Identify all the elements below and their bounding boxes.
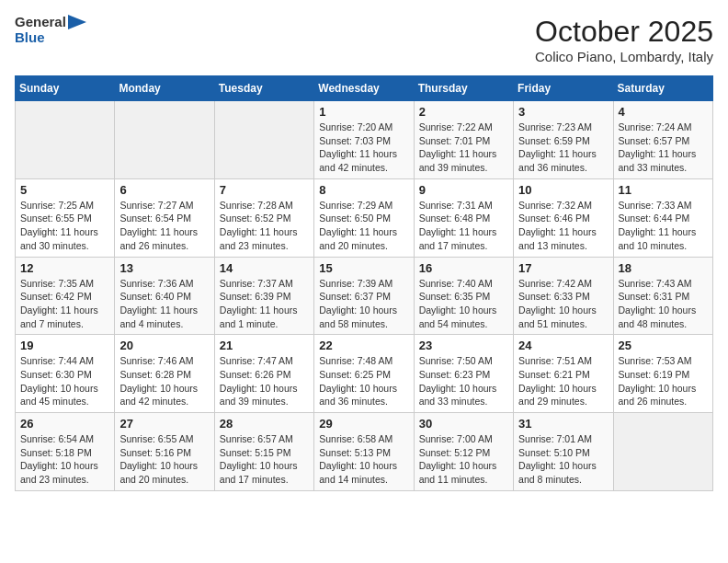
day-info: Sunrise: 6:57 AM Sunset: 5:15 PM Dayligh… (220, 432, 309, 487)
calendar-cell: 13Sunrise: 7:36 AM Sunset: 6:40 PM Dayli… (115, 257, 214, 335)
week-row-1: 1Sunrise: 7:20 AM Sunset: 7:03 PM Daylig… (16, 101, 713, 179)
header-cell-tuesday: Tuesday (214, 76, 313, 101)
header-row: SundayMondayTuesdayWednesdayThursdayFrid… (16, 76, 713, 101)
calendar-cell: 3Sunrise: 7:23 AM Sunset: 6:59 PM Daylig… (514, 101, 613, 179)
logo-wordmark: General Blue (15, 15, 86, 45)
calendar-cell (214, 101, 313, 179)
header-cell-thursday: Thursday (414, 76, 513, 101)
day-info: Sunrise: 6:54 AM Sunset: 5:18 PM Dayligh… (20, 432, 109, 487)
header-cell-sunday: Sunday (16, 76, 115, 101)
title-block: October 2025 Colico Piano, Lombardy, Ita… (535, 15, 713, 64)
calendar-cell: 23Sunrise: 7:50 AM Sunset: 6:23 PM Dayli… (414, 335, 513, 413)
calendar-cell: 5Sunrise: 7:25 AM Sunset: 6:55 PM Daylig… (16, 178, 115, 257)
day-number: 24 (518, 339, 608, 352)
header-cell-monday: Monday (115, 76, 214, 101)
week-row-5: 26Sunrise: 6:54 AM Sunset: 5:18 PM Dayli… (16, 413, 713, 491)
calendar-cell (613, 413, 712, 491)
calendar-cell: 9Sunrise: 7:31 AM Sunset: 6:48 PM Daylig… (414, 178, 513, 257)
calendar-cell (115, 101, 214, 179)
day-info: Sunrise: 7:51 AM Sunset: 6:21 PM Dayligh… (518, 354, 608, 408)
day-info: Sunrise: 7:42 AM Sunset: 6:33 PM Dayligh… (518, 277, 608, 331)
calendar-cell: 17Sunrise: 7:42 AM Sunset: 6:33 PM Dayli… (514, 257, 613, 335)
day-number: 11 (619, 183, 708, 197)
day-info: Sunrise: 7:47 AM Sunset: 6:26 PM Dayligh… (220, 354, 309, 408)
day-number: 8 (319, 183, 408, 197)
day-info: Sunrise: 7:24 AM Sunset: 6:57 PM Dayligh… (619, 121, 708, 175)
day-number: 25 (619, 339, 708, 352)
day-info: Sunrise: 6:55 AM Sunset: 5:16 PM Dayligh… (119, 432, 209, 487)
day-number: 1 (319, 105, 408, 119)
day-number: 27 (119, 417, 209, 431)
day-info: Sunrise: 7:46 AM Sunset: 6:28 PM Dayligh… (119, 354, 209, 408)
day-number: 30 (419, 417, 508, 431)
calendar-table: SundayMondayTuesdayWednesdayThursdayFrid… (15, 75, 713, 491)
day-number: 12 (20, 261, 109, 275)
calendar-cell: 21Sunrise: 7:47 AM Sunset: 6:26 PM Dayli… (214, 335, 313, 413)
svg-marker-0 (68, 15, 86, 29)
day-info: Sunrise: 7:31 AM Sunset: 6:48 PM Dayligh… (419, 199, 508, 253)
calendar-cell: 14Sunrise: 7:37 AM Sunset: 6:39 PM Dayli… (214, 257, 313, 335)
page-header: General Blue October 2025 Colico Piano, … (15, 15, 713, 64)
calendar-cell: 25Sunrise: 7:53 AM Sunset: 6:19 PM Dayli… (613, 335, 712, 413)
day-number: 16 (419, 261, 508, 275)
calendar-cell: 26Sunrise: 6:54 AM Sunset: 5:18 PM Dayli… (16, 413, 115, 491)
day-info: Sunrise: 7:28 AM Sunset: 6:52 PM Dayligh… (220, 199, 309, 253)
calendar-cell: 28Sunrise: 6:57 AM Sunset: 5:15 PM Dayli… (214, 413, 313, 491)
subtitle: Colico Piano, Lombardy, Italy (535, 49, 713, 64)
calendar-cell: 1Sunrise: 7:20 AM Sunset: 7:03 PM Daylig… (314, 101, 414, 179)
header-cell-saturday: Saturday (613, 76, 712, 101)
day-number: 15 (319, 261, 408, 275)
day-number: 29 (319, 417, 408, 431)
calendar-cell: 16Sunrise: 7:40 AM Sunset: 6:35 PM Dayli… (414, 257, 513, 335)
calendar-cell: 6Sunrise: 7:27 AM Sunset: 6:54 PM Daylig… (115, 178, 214, 257)
header-cell-friday: Friday (514, 76, 613, 101)
day-info: Sunrise: 7:44 AM Sunset: 6:30 PM Dayligh… (20, 354, 109, 408)
logo-arrow-icon (68, 15, 86, 29)
day-info: Sunrise: 7:35 AM Sunset: 6:42 PM Dayligh… (20, 277, 109, 331)
day-info: Sunrise: 7:32 AM Sunset: 6:46 PM Dayligh… (518, 199, 608, 253)
day-info: Sunrise: 6:58 AM Sunset: 5:13 PM Dayligh… (319, 432, 408, 487)
day-info: Sunrise: 7:25 AM Sunset: 6:55 PM Dayligh… (20, 199, 109, 253)
day-number: 10 (518, 183, 608, 197)
day-info: Sunrise: 7:53 AM Sunset: 6:19 PM Dayligh… (619, 354, 708, 408)
day-info: Sunrise: 7:29 AM Sunset: 6:50 PM Dayligh… (319, 199, 408, 253)
calendar-cell: 4Sunrise: 7:24 AM Sunset: 6:57 PM Daylig… (613, 101, 712, 179)
day-number: 18 (619, 261, 708, 275)
calendar-cell: 20Sunrise: 7:46 AM Sunset: 6:28 PM Dayli… (115, 335, 214, 413)
calendar-cell: 24Sunrise: 7:51 AM Sunset: 6:21 PM Dayli… (514, 335, 613, 413)
calendar-cell: 30Sunrise: 7:00 AM Sunset: 5:12 PM Dayli… (414, 413, 513, 491)
week-row-4: 19Sunrise: 7:44 AM Sunset: 6:30 PM Dayli… (16, 335, 713, 413)
day-number: 23 (419, 339, 508, 352)
day-number: 3 (518, 105, 608, 119)
day-number: 9 (419, 183, 508, 197)
header-cell-wednesday: Wednesday (314, 76, 414, 101)
calendar-cell: 15Sunrise: 7:39 AM Sunset: 6:37 PM Dayli… (314, 257, 414, 335)
day-info: Sunrise: 7:40 AM Sunset: 6:35 PM Dayligh… (419, 277, 508, 331)
day-number: 4 (619, 105, 708, 119)
day-info: Sunrise: 7:22 AM Sunset: 7:01 PM Dayligh… (419, 121, 508, 175)
calendar-cell: 27Sunrise: 6:55 AM Sunset: 5:16 PM Dayli… (115, 413, 214, 491)
day-number: 20 (119, 339, 209, 352)
logo: General Blue (15, 15, 86, 45)
day-number: 21 (220, 339, 309, 352)
day-number: 14 (220, 261, 309, 275)
week-row-3: 12Sunrise: 7:35 AM Sunset: 6:42 PM Dayli… (16, 257, 713, 335)
day-info: Sunrise: 7:23 AM Sunset: 6:59 PM Dayligh… (518, 121, 608, 175)
day-number: 19 (20, 339, 109, 352)
day-info: Sunrise: 7:27 AM Sunset: 6:54 PM Dayligh… (119, 199, 209, 253)
calendar-cell (16, 101, 115, 179)
calendar-cell: 29Sunrise: 6:58 AM Sunset: 5:13 PM Dayli… (314, 413, 414, 491)
day-number: 22 (319, 339, 408, 352)
calendar-cell: 8Sunrise: 7:29 AM Sunset: 6:50 PM Daylig… (314, 178, 414, 257)
day-info: Sunrise: 7:48 AM Sunset: 6:25 PM Dayligh… (319, 354, 408, 408)
calendar-cell: 31Sunrise: 7:01 AM Sunset: 5:10 PM Dayli… (514, 413, 613, 491)
day-info: Sunrise: 7:33 AM Sunset: 6:44 PM Dayligh… (619, 199, 708, 253)
calendar-cell: 22Sunrise: 7:48 AM Sunset: 6:25 PM Dayli… (314, 335, 414, 413)
day-number: 26 (20, 417, 109, 431)
calendar-cell: 2Sunrise: 7:22 AM Sunset: 7:01 PM Daylig… (414, 101, 513, 179)
day-number: 2 (419, 105, 508, 119)
day-info: Sunrise: 7:43 AM Sunset: 6:31 PM Dayligh… (619, 277, 708, 331)
day-info: Sunrise: 7:20 AM Sunset: 7:03 PM Dayligh… (319, 121, 408, 175)
day-number: 28 (220, 417, 309, 431)
day-number: 13 (119, 261, 209, 275)
